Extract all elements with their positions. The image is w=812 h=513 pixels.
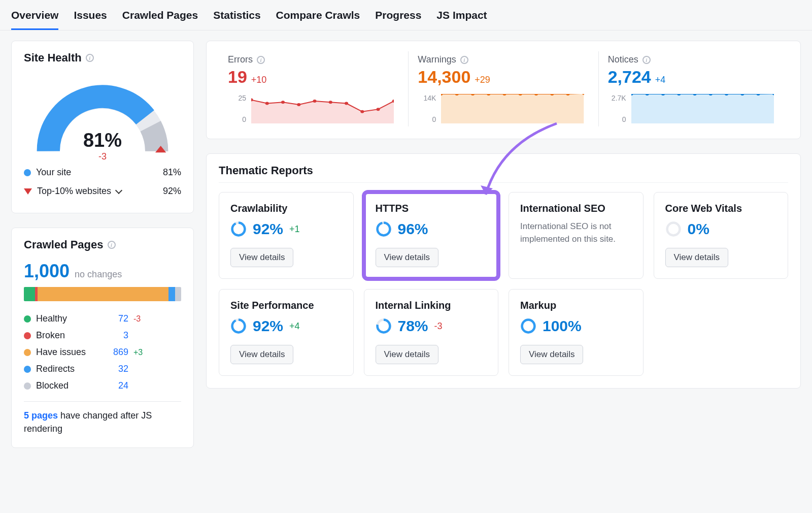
bar-segment-blocked [175, 287, 181, 301]
crawled-row-value: 72 [102, 313, 128, 324]
card-title: Markup [520, 300, 632, 311]
view-details-button[interactable]: View details [376, 345, 438, 364]
crawled-row-label: Healthy [36, 313, 97, 324]
crawled-row-broken[interactable]: Broken 3 [24, 327, 181, 344]
svg-point-35 [377, 223, 390, 236]
crawled-row-delta: +3 [133, 348, 143, 357]
crawled-row-have-issues[interactable]: Have issues 869 +3 [24, 344, 181, 361]
stat-head: Notices i [608, 54, 774, 65]
triangle-down-icon [24, 188, 32, 195]
svg-point-36 [667, 223, 680, 236]
crawled-title-text: Crawled Pages [24, 238, 104, 251]
card-val-row: 78% -3 [376, 317, 487, 335]
tab-overview[interactable]: Overview [11, 5, 58, 30]
info-icon[interactable]: i [108, 241, 116, 249]
card-international-seo: International SEO International SEO is n… [509, 192, 644, 279]
svg-point-33 [232, 223, 245, 236]
site-health-title: Site Health i [24, 51, 181, 65]
card-value: 96% [398, 220, 428, 238]
crawled-row-healthy[interactable]: Healthy 72 -3 [24, 310, 181, 327]
js-render-note: 5 pages have changed after JS rendering [24, 409, 181, 435]
crawled-row-blocked[interactable]: Blocked 24 [24, 377, 181, 394]
tab-progress[interactable]: Progress [375, 5, 421, 30]
crawled-row-redirects[interactable]: Redirects 32 [24, 361, 181, 377]
card-val-row: 96% [376, 220, 487, 238]
crawled-row-delta: -3 [133, 314, 141, 324]
info-icon[interactable]: i [460, 56, 468, 64]
tab-js-impact[interactable]: JS Impact [436, 5, 487, 30]
top-stats-panel: Errors i 19 +10 250 Warnings i 14,300 +2… [206, 41, 801, 139]
chevron-down-icon [115, 186, 122, 194]
crawled-title: Crawled Pages i [24, 238, 181, 251]
info-icon[interactable]: i [257, 56, 265, 64]
view-details-button[interactable]: View details [230, 248, 293, 267]
thematic-cards: Crawlability 92% +1 View details HTTPS 9… [219, 192, 788, 376]
card-https: HTTPS 96% View details [364, 192, 499, 279]
card-delta: +1 [289, 224, 300, 235]
crawled-row-value: 3 [102, 330, 128, 341]
bar-segment-healthy [24, 287, 35, 301]
layout: Site Health i 81% -3 Your site 81% [0, 30, 812, 458]
card-core-web-vitals: Core Web Vitals 0% View details [654, 192, 789, 279]
js-render-link[interactable]: 5 pages [24, 410, 58, 421]
site-health-gauge: 81% -3 [31, 77, 174, 158]
card-delta: +4 [289, 321, 300, 332]
stat-errors[interactable]: Errors i 19 +10 250 [219, 51, 408, 126]
site-health-title-text: Site Health [24, 51, 82, 65]
svg-point-5 [313, 100, 317, 103]
legend-value: 81% [163, 167, 181, 178]
card-value: 0% [688, 220, 709, 238]
card-title: Crawlability [230, 203, 342, 214]
card-title: International SEO [520, 203, 632, 214]
info-icon[interactable]: i [642, 56, 651, 64]
svg-point-6 [329, 101, 332, 104]
card-value: 92% [253, 220, 283, 238]
card-title: HTTPS [376, 203, 487, 214]
stat-value: 2,724 [608, 67, 651, 87]
crawled-row-value: 869 [102, 347, 128, 358]
info-icon[interactable]: i [86, 54, 94, 62]
view-details-button[interactable]: View details [520, 345, 583, 364]
crawled-row-label: Redirects [36, 364, 97, 374]
stat-val-row: 2,724 +4 [608, 67, 774, 87]
spark-axis: 14K0 [418, 94, 436, 123]
card-title: Core Web Vitals [665, 203, 777, 214]
stat-label: Notices [608, 54, 638, 65]
svg-point-39 [232, 320, 245, 333]
sparkline: 2.7K0 [608, 94, 774, 123]
thematic-reports-panel: Thematic Reports Crawlability 92% +1 Vie… [206, 153, 801, 389]
bar-segment-redirects [168, 287, 175, 301]
crawled-breakdown: Healthy 72 -3 Broken 3 Have issues 869 +… [24, 310, 181, 394]
tab-statistics[interactable]: Statistics [213, 5, 260, 30]
stat-warnings[interactable]: Warnings i 14,300 +29 14K0 [408, 51, 598, 126]
crawled-total-note: no changes [75, 269, 122, 280]
tab-compare-crawls[interactable]: Compare Crawls [276, 5, 360, 30]
view-details-button[interactable]: View details [376, 248, 438, 267]
svg-point-7 [345, 102, 348, 105]
stat-val-row: 19 +10 [228, 67, 394, 87]
tab-issues[interactable]: Issues [74, 5, 107, 30]
gauge-center: 81% -3 [31, 130, 174, 162]
sidebar: Site Health i 81% -3 Your site 81% [11, 41, 194, 448]
crawled-total: 1,000 no changes [24, 261, 181, 282]
svg-point-3 [281, 101, 285, 104]
card-site-performance: Site Performance 92% +4 View details [219, 289, 354, 376]
tab-crawled-pages[interactable]: Crawled Pages [122, 5, 198, 30]
stat-notices[interactable]: Notices i 2,724 +4 2.7K0 [598, 51, 788, 126]
stat-delta: +10 [251, 75, 267, 85]
card-val-row: 0% [665, 220, 777, 238]
card-crawlability: Crawlability 92% +1 View details [219, 192, 354, 279]
svg-point-43 [522, 320, 535, 333]
stat-head: Warnings i [418, 54, 584, 65]
view-details-button[interactable]: View details [230, 345, 293, 364]
legend-top10[interactable]: Top-10% websites 92% [24, 182, 181, 201]
sparkline: 250 [228, 94, 394, 123]
svg-point-2 [265, 102, 269, 105]
card-val-row: 92% +1 [230, 220, 342, 238]
card-val-row: 92% +4 [230, 317, 342, 335]
crawled-row-value: 24 [102, 380, 128, 391]
view-details-button[interactable]: View details [665, 248, 728, 267]
dot-icon [24, 382, 31, 390]
card-delta: -3 [434, 321, 443, 332]
card-value: 92% [253, 317, 283, 335]
